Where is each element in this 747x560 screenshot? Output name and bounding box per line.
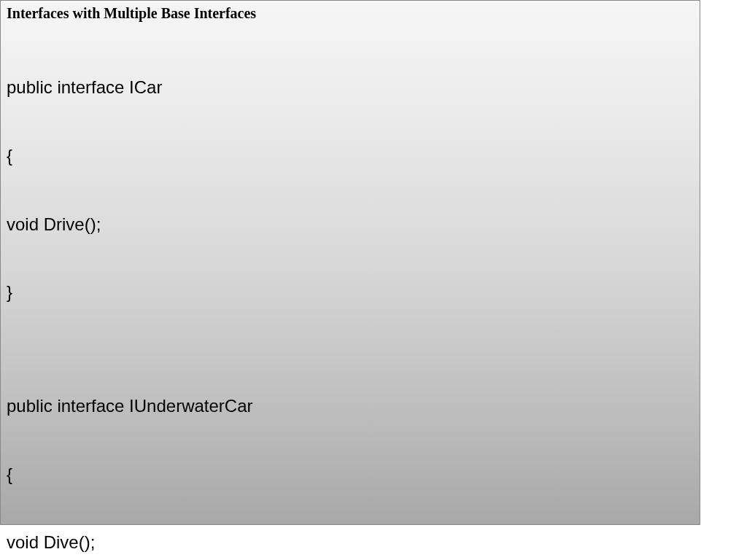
code-open-brace-1: {: [7, 144, 694, 167]
slide-panel: Interfaces with Multiple Base Interfaces…: [0, 0, 700, 525]
code-iunder-decl: public interface IUnderwaterCar: [7, 394, 694, 417]
code-close-brace-1: }: [7, 281, 694, 303]
code-iunder-method: void Dive();: [7, 531, 694, 553]
code-icar-method: void Drive();: [7, 213, 694, 236]
code-icar-decl: public interface ICar: [7, 76, 694, 98]
code-open-brace-2: {: [7, 463, 694, 486]
slide-title: Interfaces with Multiple Base Interfaces: [7, 5, 694, 22]
code-block: public interface ICar { void Drive(); } …: [7, 31, 694, 560]
